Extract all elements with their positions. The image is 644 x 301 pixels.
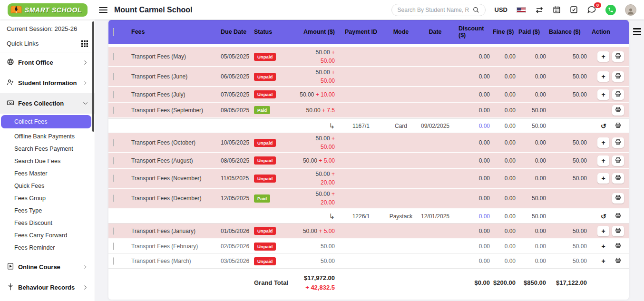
student-search-input[interactable]: Search By Student Name, R: [391, 4, 486, 16]
fee-name: Transport Fees (June): [127, 73, 221, 80]
print-button[interactable]: [612, 226, 624, 236]
payment-mode: Paystack: [387, 213, 415, 220]
language-flag-icon[interactable]: [517, 7, 526, 13]
print-button[interactable]: [612, 71, 624, 82]
quick-links[interactable]: Quick Links: [0, 36, 95, 52]
printer-icon: [615, 73, 621, 80]
sidebar-subitem-fees-group[interactable]: Fees Group: [0, 192, 95, 204]
due-date: 10/05/2025: [221, 139, 254, 146]
due-date: 12/05/2025: [221, 195, 254, 202]
sidebar-subitem-fees-discount[interactable]: Fees Discount: [0, 217, 95, 229]
print-button[interactable]: [612, 121, 624, 131]
sidebar-item-online-course[interactable]: Online Course: [0, 257, 95, 277]
sidebar-subitem-fees-reminder[interactable]: Fees Reminder: [0, 242, 95, 254]
fine-value: 0.00: [490, 157, 516, 164]
paid-value: 50.00: [516, 195, 546, 202]
payment-paid: 50.00: [516, 123, 546, 129]
print-button[interactable]: [612, 51, 624, 62]
print-button[interactable]: [612, 256, 624, 266]
sidebar-subitem-search-due-fees[interactable]: Search Due Fees: [0, 155, 95, 167]
column-header-fees: Fees: [127, 29, 221, 35]
currency-selector[interactable]: USD: [495, 6, 507, 13]
sidebar-item-student-information[interactable]: Student Information: [0, 73, 95, 93]
balance-value: 50.00: [546, 139, 587, 146]
add-payment-button[interactable]: +: [597, 155, 609, 166]
row-checkbox[interactable]: [113, 91, 114, 98]
print-button[interactable]: [612, 105, 624, 116]
sidebar-subitem-fees-carry-forward[interactable]: Fees Carry Forward: [0, 229, 95, 242]
sidebar-item-multi-branch[interactable]: Multi Branch: [0, 298, 95, 301]
payment-id: 1226/1: [335, 213, 387, 220]
sidebar-item-label: Fees Collection: [18, 100, 64, 107]
select-all-checkbox[interactable]: [113, 28, 114, 36]
sidebar-item-front-office[interactable]: Front Office: [0, 52, 95, 73]
row-checkbox[interactable]: [113, 243, 114, 250]
amount-value: 50.00 + 5.00: [289, 228, 335, 234]
add-payment-button[interactable]: +: [597, 89, 609, 100]
swap-arrows-icon[interactable]: [535, 7, 544, 13]
row-checkbox[interactable]: [113, 227, 114, 235]
fee-row: Transport Fees (May)05/05/2025Unpaid50.0…: [108, 47, 629, 67]
sidebar-item-behaviour-records[interactable]: Behaviour Records: [0, 277, 95, 298]
fine-value: 0.00: [490, 175, 516, 182]
row-checkbox[interactable]: [113, 107, 114, 114]
sidebar-item-fees-collection[interactable]: Fees Collection: [0, 93, 95, 114]
discount-value: 0.00: [456, 175, 490, 182]
print-button[interactable]: [612, 173, 624, 184]
row-checkbox[interactable]: [113, 73, 114, 80]
payment-fine: 0.00: [490, 123, 516, 129]
revert-payment-button[interactable]: ↺: [597, 211, 609, 222]
due-date: 08/05/2025: [221, 157, 254, 164]
row-checkbox[interactable]: [113, 139, 114, 146]
chat-icon[interactable]: 0: [587, 6, 596, 14]
printer-icon: [615, 213, 621, 220]
grand-total-amount: $17,972.00+ 42,832.5: [289, 273, 335, 292]
sidebar-subitem-quick-fees[interactable]: Quick Fees: [0, 180, 95, 192]
chat-badge: 0: [594, 2, 601, 8]
table-menu-icon[interactable]: [633, 28, 641, 35]
amount-value: 50.00: [289, 258, 335, 264]
whatsapp-icon[interactable]: [605, 5, 616, 15]
add-payment-button[interactable]: +: [597, 71, 609, 82]
todo-task-icon[interactable]: [570, 6, 578, 14]
add-payment-button[interactable]: +: [597, 51, 609, 62]
revert-payment-button[interactable]: ↺: [597, 121, 609, 131]
logo[interactable]: SMART SCHOOL: [0, 3, 95, 17]
print-button[interactable]: [612, 211, 624, 222]
row-checkbox[interactable]: [113, 257, 114, 265]
add-payment-button[interactable]: +: [597, 256, 609, 266]
row-checkbox[interactable]: [113, 194, 114, 202]
print-button[interactable]: [612, 137, 624, 148]
calendar-icon[interactable]: [553, 6, 561, 14]
add-payment-button[interactable]: +: [597, 137, 609, 148]
printer-icon: [615, 53, 621, 60]
payment-discount-link[interactable]: 0.00: [456, 213, 490, 220]
brand-name: SMART SCHOOL: [25, 6, 82, 14]
amount-value: 50.00 + 7.5: [289, 107, 335, 114]
sidebar-subitem-collect-fees[interactable]: Collect Fees: [1, 115, 91, 128]
status-badge: Unpaid: [254, 243, 276, 251]
table-body: Transport Fees (May)05/05/2025Unpaid50.0…: [108, 47, 629, 269]
fee-name: Transport Fees (October): [127, 139, 221, 146]
add-payment-button[interactable]: +: [597, 226, 609, 236]
sidebar-subitem-fees-type[interactable]: Fees Type: [0, 204, 95, 217]
print-button[interactable]: [612, 193, 624, 204]
sidebar-scrollbar[interactable]: [92, 21, 94, 132]
print-button[interactable]: [612, 241, 624, 252]
sidebar-subitem-offline-bank-payments[interactable]: Offline Bank Payments: [0, 130, 95, 143]
due-date: 01/05/2026: [221, 228, 254, 234]
row-checkbox[interactable]: [113, 175, 114, 182]
payment-discount-link[interactable]: 0.00: [456, 123, 490, 129]
print-button[interactable]: [612, 155, 624, 166]
sidebar-subitem-search-fees-payment[interactable]: Search Fees Payment: [0, 143, 95, 155]
row-checkbox[interactable]: [113, 157, 114, 165]
add-payment-button[interactable]: +: [597, 173, 609, 184]
payment-date: 09/02/2025: [415, 123, 456, 129]
user-avatar[interactable]: [625, 4, 636, 16]
paid-value: 0.00: [516, 139, 546, 146]
print-button[interactable]: [612, 89, 624, 100]
row-checkbox[interactable]: [113, 53, 114, 60]
sidebar-toggle-icon[interactable]: [99, 7, 107, 13]
add-payment-button[interactable]: +: [597, 241, 609, 252]
sidebar-subitem-fees-master[interactable]: Fees Master: [0, 167, 95, 180]
